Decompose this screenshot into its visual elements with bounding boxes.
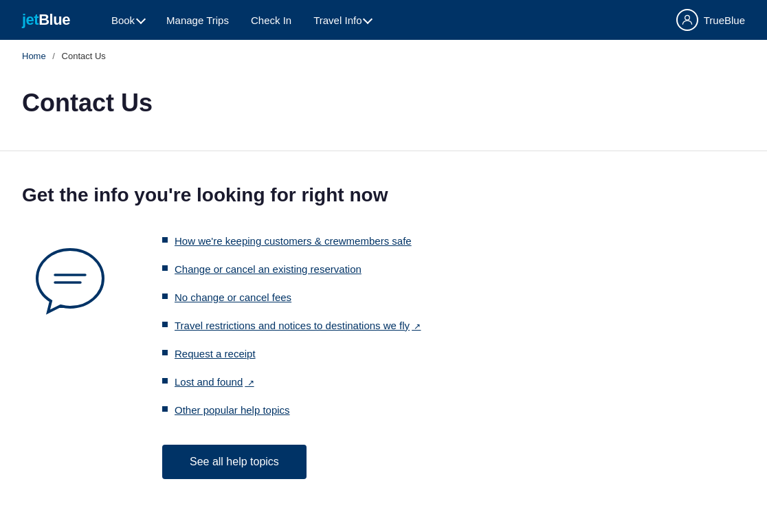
chat-bubble-icon: [29, 239, 111, 322]
bullet-icon: [162, 350, 168, 355]
bullet-icon: [162, 322, 168, 327]
nav-manage-trips[interactable]: Manage Trips: [158, 9, 237, 32]
svg-point-0: [685, 15, 689, 20]
content-grid: How we're keeping customers & crewmember…: [22, 234, 745, 479]
navigation: jetBlue Book Manage Trips Check In Trave…: [0, 0, 767, 40]
page-title: Contact Us: [22, 89, 745, 118]
trueblue-nav-item[interactable]: TrueBlue: [676, 9, 745, 31]
nav-book[interactable]: Book: [103, 9, 153, 32]
breadcrumb-current: Contact Us: [62, 51, 106, 61]
help-link-5[interactable]: Request a receipt: [175, 346, 256, 361]
links-column: How we're keeping customers & crewmember…: [162, 234, 745, 479]
site-logo[interactable]: jetBlue: [22, 11, 70, 29]
help-link-3[interactable]: No change or cancel fees: [175, 290, 291, 304]
list-item: How we're keeping customers & crewmember…: [162, 234, 745, 248]
nav-items: Book Manage Trips Check In Travel Info: [103, 9, 654, 32]
nav-check-in[interactable]: Check In: [243, 9, 300, 32]
bullet-icon: [162, 293, 168, 299]
list-item: Travel restrictions and notices to desti…: [162, 318, 745, 333]
breadcrumb: Home / Contact Us: [0, 40, 767, 72]
chat-icon-wrap: [22, 234, 118, 322]
user-avatar-icon: [676, 9, 698, 31]
section-heading: Get the info you're looking for right no…: [22, 184, 745, 206]
list-item: Change or cancel an existing reservation: [162, 262, 745, 276]
list-item: No change or cancel fees: [162, 290, 745, 304]
external-link-icon: ↗: [245, 378, 254, 388]
help-links-list: How we're keeping customers & crewmember…: [162, 234, 745, 417]
see-all-help-topics-button[interactable]: See all help topics: [162, 445, 307, 479]
nav-travel-info[interactable]: Travel Info: [305, 9, 379, 32]
bullet-icon: [162, 406, 168, 412]
list-item: Request a receipt: [162, 346, 745, 361]
external-link-icon: ↗: [412, 322, 421, 331]
list-item: Lost and found ↗: [162, 375, 745, 389]
page-title-section: Contact Us: [0, 72, 767, 151]
help-link-4[interactable]: Travel restrictions and notices to desti…: [175, 318, 421, 333]
breadcrumb-home-link[interactable]: Home: [22, 51, 46, 61]
help-link-7[interactable]: Other popular help topics: [175, 403, 290, 417]
bullet-icon: [162, 378, 168, 384]
help-link-6[interactable]: Lost and found ↗: [175, 375, 254, 389]
travel-info-chevron-icon: [363, 14, 373, 23]
bullet-icon: [162, 237, 168, 243]
help-link-1[interactable]: How we're keeping customers & crewmember…: [175, 234, 412, 248]
main-content: Get the info you're looking for right no…: [0, 151, 767, 523]
book-chevron-icon: [136, 14, 146, 23]
bullet-icon: [162, 265, 168, 271]
help-link-2[interactable]: Change or cancel an existing reservation: [175, 262, 362, 276]
breadcrumb-separator: /: [52, 51, 55, 61]
list-item: Other popular help topics: [162, 403, 745, 417]
